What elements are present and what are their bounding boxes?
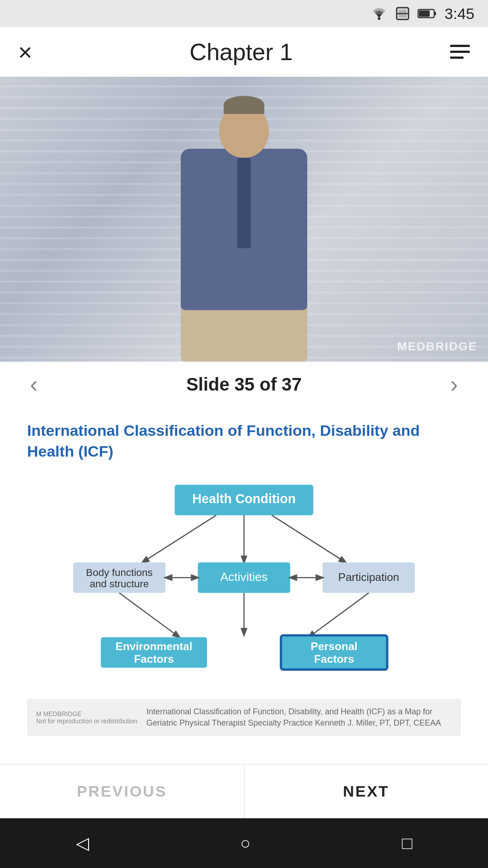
previous-button[interactable]: PREVIOUS (0, 764, 244, 818)
next-button[interactable]: NEXT (244, 764, 488, 818)
svg-text:Personal: Personal (311, 640, 358, 652)
slide-citation: International Classification of Function… (146, 706, 452, 729)
svg-line-23 (309, 593, 369, 637)
top-bar: × Chapter 1 (0, 27, 488, 77)
recent-button[interactable]: □ (402, 834, 413, 853)
menu-button[interactable] (450, 45, 470, 59)
svg-rect-5 (434, 12, 436, 15)
person-body (181, 149, 307, 310)
close-button[interactable]: × (18, 40, 33, 64)
slide-navigation: ‹ Slide 35 of 37 › (0, 362, 488, 407)
svg-rect-6 (419, 10, 430, 17)
svg-text:Factors: Factors (314, 653, 354, 665)
slide-footer: M MEDBRIDGE Not for reproduction or redi… (27, 699, 461, 736)
svg-text:Participation: Participation (338, 571, 399, 583)
svg-point-0 (378, 17, 380, 20)
prev-slide-button[interactable]: ‹ (18, 371, 50, 398)
status-time: 3:45 (445, 5, 474, 23)
person-pants (181, 308, 307, 362)
svg-text:Activities: Activities (221, 570, 268, 584)
battery-icon (418, 8, 436, 19)
logo-subtext: Not for reproduction or redistribution (36, 717, 137, 725)
android-nav-bar: ◁ ○ □ (0, 818, 488, 868)
bottom-nav: PREVIOUS NEXT (0, 764, 488, 818)
menu-line-2 (450, 51, 470, 53)
back-button[interactable]: ◁ (76, 833, 89, 853)
svg-text:and structure: and structure (89, 578, 149, 590)
svg-line-9 (142, 515, 216, 562)
wifi-icon (371, 7, 388, 20)
menu-line-3 (450, 57, 464, 59)
status-bar: 3:45 (0, 0, 488, 27)
person-head (219, 104, 269, 158)
page-title: Chapter 1 (190, 38, 293, 66)
logo-text: M MEDBRIDGE (36, 710, 137, 717)
home-button[interactable]: ○ (240, 834, 251, 853)
person-figure (167, 99, 321, 362)
slide-content: International Classification of Function… (0, 407, 488, 764)
next-slide-button[interactable]: › (438, 371, 470, 398)
status-icons: 3:45 (371, 5, 474, 23)
svg-text:Factors: Factors (134, 653, 174, 665)
svg-text:Body functions: Body functions (86, 566, 152, 578)
svg-line-21 (119, 593, 179, 637)
medbridge-logo: M MEDBRIDGE Not for reproduction or redi… (36, 710, 137, 725)
video-player[interactable]: MEDBRIDGE (0, 77, 488, 362)
icf-svg: Health Condition Body functions and stru… (36, 480, 452, 684)
medbridge-watermark: MEDBRIDGE (397, 340, 477, 354)
slide-heading: International Classification of Function… (27, 420, 461, 462)
sim-icon (396, 7, 409, 20)
svg-text:Health Condition: Health Condition (192, 491, 296, 506)
menu-line-1 (450, 45, 470, 47)
slide-counter: Slide 35 of 37 (186, 374, 302, 395)
svg-text:Environmental: Environmental (116, 640, 192, 652)
next-label: NEXT (343, 783, 389, 800)
icf-diagram: Health Condition Body functions and stru… (27, 480, 461, 685)
svg-line-11 (272, 515, 346, 562)
previous-label: PREVIOUS (77, 783, 167, 800)
